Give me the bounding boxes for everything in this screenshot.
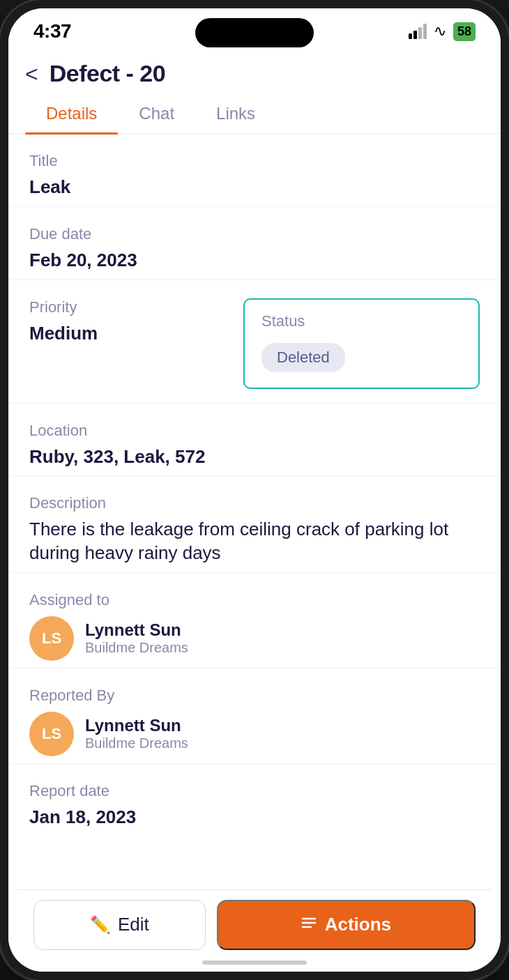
reported-label: Reported By [29, 687, 480, 705]
reported-person-name: Lynnett Sun [85, 716, 188, 735]
reported-person-row: LS Lynnett Sun Buildme Dreams [29, 712, 480, 756]
wifi-icon: ∿ [434, 22, 446, 40]
report-date-label: Report date [29, 782, 480, 800]
priority-label: Priority [29, 298, 229, 316]
actions-button[interactable]: Actions [217, 900, 476, 950]
status-time: 4:37 [33, 20, 71, 43]
priority-value: Medium [29, 322, 229, 346]
tab-links[interactable]: Links [195, 94, 276, 133]
priority-section: Priority Medium [29, 298, 229, 389]
signal-bar-2 [413, 31, 417, 39]
location-section: Location Ruby, 323, Leak, 572 [8, 404, 501, 476]
reported-person-info: Lynnett Sun Buildme Dreams [85, 716, 188, 751]
edit-icon: ✏️ [90, 915, 111, 935]
battery-icon: 58 [453, 22, 476, 41]
assigned-person-info: Lynnett Sun Buildme Dreams [85, 620, 188, 656]
status-badge[interactable]: Deleted [261, 343, 345, 372]
description-label: Description [29, 494, 480, 512]
assigned-person-org: Buildme Dreams [85, 640, 188, 656]
description-section: Description There is the leakage from ce… [8, 476, 501, 572]
priority-status-row: Priority Medium Status Deleted [8, 280, 501, 403]
assigned-person-name: Lynnett Sun [85, 620, 188, 640]
status-icons: ∿ 58 [409, 22, 476, 41]
phone-screen: 4:37 ∿ 58 < Defect - 20 [8, 8, 501, 972]
assigned-avatar: LS [29, 616, 74, 661]
tab-chat[interactable]: Chat [118, 94, 195, 133]
description-value: There is the leakage from ceiling crack … [29, 518, 480, 565]
edit-button[interactable]: ✏️ Edit [33, 900, 206, 950]
reported-avatar: LS [29, 712, 74, 756]
location-value: Ruby, 323, Leak, 572 [29, 445, 480, 469]
status-bar: 4:37 ∿ 58 [8, 8, 501, 46]
reported-person-org: Buildme Dreams [85, 735, 188, 751]
title-section: Title Leak [8, 134, 501, 206]
report-date-section: Report date Jan 18, 2023 [8, 764, 501, 836]
report-date-value: Jan 18, 2023 [29, 806, 480, 829]
due-date-section: Due date Feb 20, 2023 [8, 207, 501, 280]
battery-level: 58 [457, 24, 471, 39]
phone-shell: 4:37 ∿ 58 < Defect - 20 [0, 0, 509, 980]
actions-icon [301, 915, 317, 935]
signal-bar-4 [423, 24, 427, 39]
tab-details[interactable]: Details [25, 94, 118, 133]
status-label: Status [261, 312, 462, 330]
assigned-person-row: LS Lynnett Sun Buildme Dreams [29, 616, 480, 661]
home-indicator [202, 960, 307, 965]
assigned-section: Assigned to LS Lynnett Sun Buildme Dream… [8, 573, 501, 668]
due-date-label: Due date [29, 225, 480, 243]
back-button[interactable]: < [25, 63, 38, 85]
title-value: Leak [29, 176, 480, 199]
bottom-bar: ✏️ Edit Actions [17, 889, 492, 972]
tabs-row: Details Chat Links [8, 94, 501, 134]
status-box: Status Deleted [243, 298, 480, 389]
page-title: Defect - 20 [50, 60, 165, 87]
dynamic-island [195, 18, 314, 47]
edit-label: Edit [118, 914, 149, 935]
signal-bar-3 [418, 27, 422, 39]
assigned-label: Assigned to [29, 591, 480, 609]
location-label: Location [29, 422, 480, 440]
reported-section: Reported By LS Lynnett Sun Buildme Dream… [8, 668, 501, 763]
signal-bar-1 [409, 33, 412, 39]
title-label: Title [29, 152, 480, 170]
content-area: < Defect - 20 Details Chat Links Title L… [8, 46, 501, 972]
due-date-value: Feb 20, 2023 [29, 249, 480, 273]
page-header: < Defect - 20 [8, 46, 501, 94]
signal-icon [409, 24, 427, 39]
actions-label: Actions [325, 914, 391, 935]
